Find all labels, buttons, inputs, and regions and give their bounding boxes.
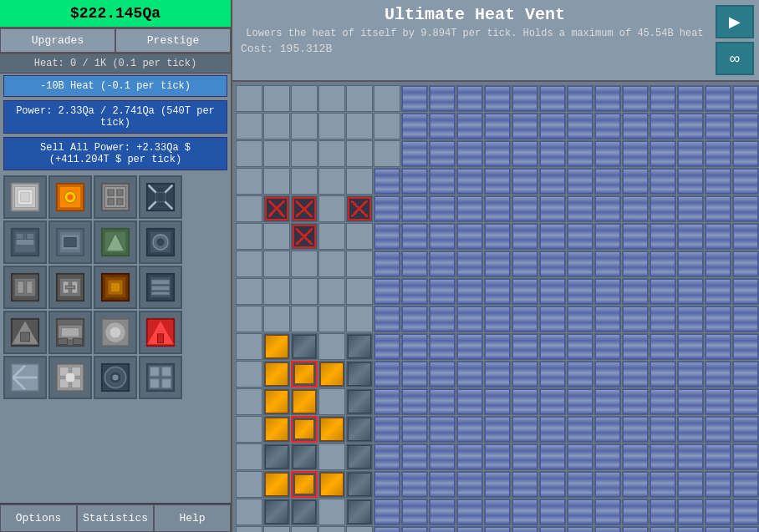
grid-cell[interactable] bbox=[401, 278, 428, 305]
item-cell-4-3[interactable] bbox=[94, 311, 137, 354]
game-grid-container[interactable] bbox=[232, 82, 759, 532]
grid-cell[interactable] bbox=[346, 361, 373, 388]
grid-cell[interactable] bbox=[649, 526, 676, 532]
grid-cell[interactable] bbox=[567, 168, 593, 195]
grid-cell[interactable] bbox=[567, 195, 593, 222]
grid-cell[interactable] bbox=[456, 223, 483, 250]
grid-cell[interactable] bbox=[649, 195, 676, 222]
grid-cell[interactable] bbox=[594, 526, 621, 532]
item-cell-5-4[interactable] bbox=[139, 356, 182, 399]
grid-cell[interactable] bbox=[732, 85, 759, 112]
grid-cell[interactable] bbox=[539, 361, 566, 388]
grid-cell[interactable] bbox=[539, 443, 566, 470]
grid-cell[interactable] bbox=[263, 499, 290, 525]
grid-cell[interactable] bbox=[705, 278, 731, 305]
grid-cell[interactable] bbox=[318, 140, 345, 167]
item-cell-4-4[interactable] bbox=[139, 311, 182, 354]
grid-cell[interactable] bbox=[705, 306, 731, 332]
grid-cell[interactable] bbox=[622, 251, 649, 277]
grid-cell[interactable] bbox=[512, 333, 538, 360]
grid-cell[interactable] bbox=[291, 416, 318, 443]
grid-cell[interactable] bbox=[429, 388, 456, 415]
grid-cell[interactable] bbox=[291, 85, 318, 112]
grid-cell[interactable] bbox=[484, 361, 511, 388]
grid-cell[interactable] bbox=[318, 223, 345, 250]
grid-cell[interactable] bbox=[456, 499, 483, 525]
grid-cell[interactable] bbox=[374, 416, 400, 443]
grid-cell[interactable] bbox=[677, 140, 704, 167]
grid-cell[interactable] bbox=[705, 416, 731, 443]
grid-cell[interactable] bbox=[263, 195, 290, 222]
grid-cell[interactable] bbox=[539, 416, 566, 443]
grid-cell[interactable] bbox=[594, 361, 621, 388]
grid-cell[interactable] bbox=[732, 499, 759, 525]
grid-cell[interactable] bbox=[622, 443, 649, 470]
grid-cell[interactable] bbox=[374, 361, 400, 388]
grid-cell[interactable] bbox=[732, 333, 759, 360]
grid-cell[interactable] bbox=[622, 306, 649, 332]
grid-cell[interactable] bbox=[429, 278, 456, 305]
grid-cell[interactable] bbox=[567, 416, 593, 443]
grid-cell[interactable] bbox=[346, 499, 373, 525]
grid-cell[interactable] bbox=[236, 443, 262, 470]
grid-cell[interactable] bbox=[318, 361, 345, 388]
grid-cell[interactable] bbox=[705, 333, 731, 360]
grid-cell[interactable] bbox=[429, 361, 456, 388]
grid-cell[interactable] bbox=[429, 416, 456, 443]
grid-cell[interactable] bbox=[594, 443, 621, 470]
grid-cell[interactable] bbox=[567, 471, 593, 498]
item-cell-1-3[interactable] bbox=[94, 175, 137, 219]
grid-cell[interactable] bbox=[594, 140, 621, 167]
grid-cell[interactable] bbox=[318, 499, 345, 525]
grid-cell[interactable] bbox=[594, 113, 621, 139]
grid-cell[interactable] bbox=[291, 168, 318, 195]
grid-cell[interactable] bbox=[705, 195, 731, 222]
grid-cell[interactable] bbox=[567, 499, 593, 525]
grid-cell[interactable] bbox=[594, 278, 621, 305]
grid-cell[interactable] bbox=[401, 333, 428, 360]
grid-cell[interactable] bbox=[622, 113, 649, 139]
grid-cell[interactable] bbox=[705, 223, 731, 250]
grid-cell[interactable] bbox=[374, 251, 400, 277]
grid-cell[interactable] bbox=[346, 526, 373, 532]
grid-cell[interactable] bbox=[539, 195, 566, 222]
grid-cell[interactable] bbox=[401, 526, 428, 532]
grid-cell[interactable] bbox=[374, 85, 400, 112]
grid-cell[interactable] bbox=[512, 195, 538, 222]
grid-cell[interactable] bbox=[236, 306, 262, 332]
grid-cell[interactable] bbox=[705, 251, 731, 277]
grid-cell[interactable] bbox=[236, 251, 262, 277]
grid-cell[interactable] bbox=[401, 168, 428, 195]
grid-cell[interactable] bbox=[318, 526, 345, 532]
grid-cell[interactable] bbox=[456, 113, 483, 139]
grid-cell[interactable] bbox=[732, 223, 759, 250]
grid-cell[interactable] bbox=[594, 499, 621, 525]
grid-cell[interactable] bbox=[539, 388, 566, 415]
grid-cell[interactable] bbox=[318, 333, 345, 360]
grid-cell[interactable] bbox=[677, 361, 704, 388]
grid-cell[interactable] bbox=[346, 443, 373, 470]
grid-cell[interactable] bbox=[401, 388, 428, 415]
grid-cell[interactable] bbox=[732, 361, 759, 388]
grid-cell[interactable] bbox=[622, 168, 649, 195]
grid-cell[interactable] bbox=[539, 168, 566, 195]
grid-cell[interactable] bbox=[677, 251, 704, 277]
grid-cell[interactable] bbox=[456, 85, 483, 112]
grid-cell[interactable] bbox=[567, 113, 593, 139]
grid-cell[interactable] bbox=[429, 499, 456, 525]
grid-cell[interactable] bbox=[732, 416, 759, 443]
grid-cell[interactable] bbox=[622, 195, 649, 222]
grid-cell[interactable] bbox=[236, 113, 262, 139]
grid-cell[interactable] bbox=[677, 113, 704, 139]
item-cell-2-3[interactable] bbox=[94, 220, 137, 264]
grid-cell[interactable] bbox=[374, 333, 400, 360]
help-button[interactable]: Help bbox=[154, 504, 231, 532]
grid-cell[interactable] bbox=[732, 168, 759, 195]
grid-cell[interactable] bbox=[456, 306, 483, 332]
grid-cell[interactable] bbox=[484, 278, 511, 305]
grid-cell[interactable] bbox=[539, 278, 566, 305]
grid-cell[interactable] bbox=[539, 333, 566, 360]
grid-cell[interactable] bbox=[429, 85, 456, 112]
grid-cell[interactable] bbox=[236, 333, 262, 360]
grid-cell[interactable] bbox=[677, 471, 704, 498]
